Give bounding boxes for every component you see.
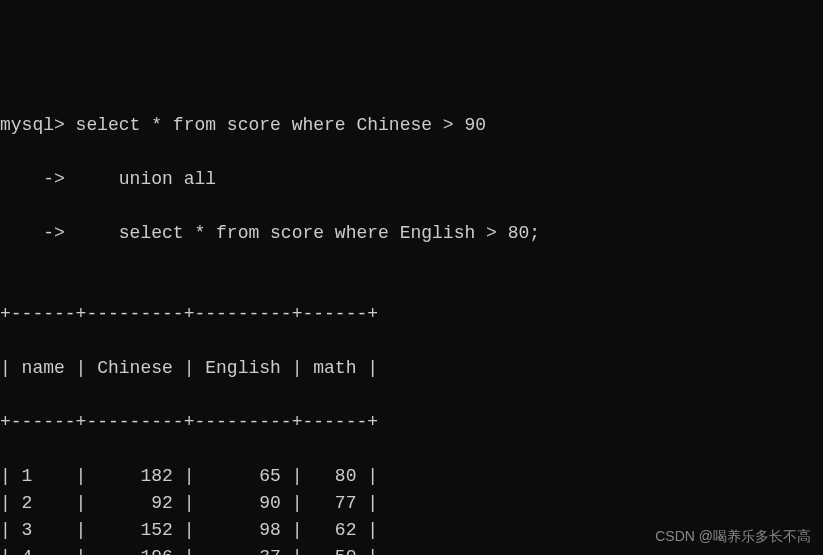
mysql-prompt-line-2[interactable]: -> union all xyxy=(0,166,823,193)
table-separator: +------+---------+---------+------+ xyxy=(0,409,823,436)
watermark: CSDN @喝养乐多长不高 xyxy=(655,526,811,547)
sql-query-line-2: union all xyxy=(65,169,216,189)
table-border-top: +------+---------+---------+------+ xyxy=(0,301,823,328)
table-header-row: | name | Chinese | English | math | xyxy=(0,355,823,382)
mysql-prompt-line-3[interactable]: -> select * from score where English > 8… xyxy=(0,220,823,247)
table-row: | 1 | 182 | 65 | 80 | xyxy=(0,463,823,490)
result-table: +------+---------+---------+------+ | na… xyxy=(0,274,823,555)
sql-query-line-1: select * from score where Chinese > 90 xyxy=(65,115,486,135)
mysql-continuation-prefix: -> xyxy=(0,223,65,243)
mysql-continuation-prefix: -> xyxy=(0,169,65,189)
sql-query-line-3: select * from score where English > 80; xyxy=(65,223,540,243)
mysql-prompt-prefix: mysql> xyxy=(0,115,65,135)
mysql-prompt-line-1[interactable]: mysql> select * from score where Chinese… xyxy=(0,112,823,139)
table-row: | 2 | 92 | 90 | 77 | xyxy=(0,490,823,517)
